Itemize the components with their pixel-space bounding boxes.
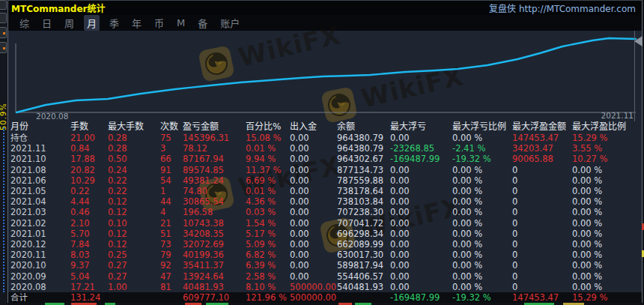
table-cell: 0.00 bbox=[290, 154, 335, 164]
table-row[interactable]: 2021.015.700.125134208.355.17 %0.0069629… bbox=[8, 229, 642, 239]
table-cell: -169487.99 bbox=[390, 292, 451, 303]
table-cell: 11.37 % bbox=[246, 165, 288, 175]
table-cell: 4.36 % bbox=[246, 196, 288, 207]
table-row[interactable]: 2021.030.460.124196.580.03 %0.00707238.3… bbox=[8, 207, 642, 217]
table-cell: 0.00 % bbox=[572, 271, 642, 282]
table-row[interactable]: 2020.127.840.127332072.695.09 %0.0066208… bbox=[8, 239, 642, 250]
background-dotted-line bbox=[3, 127, 4, 292]
column-header: 最大浮盈金额 bbox=[512, 121, 571, 133]
table-cell: 0.84 bbox=[70, 143, 106, 154]
table-cell: 0.00 bbox=[290, 229, 335, 239]
table-cell: 0.00 % bbox=[572, 282, 642, 292]
table-cell: 持仓 bbox=[10, 133, 69, 143]
table-cell: 5.70 bbox=[70, 229, 106, 239]
table-cell: 10.29 bbox=[70, 175, 106, 186]
column-header: 次数 bbox=[160, 121, 181, 133]
menu-item-周[interactable]: 周 bbox=[61, 15, 77, 31]
table-row[interactable]: 2021.022.100.102110743.381.54 %0.0070704… bbox=[8, 218, 642, 229]
table-cell: 0 bbox=[512, 239, 571, 250]
table-cell: 964302.67 bbox=[337, 154, 389, 164]
table-cell: 0.22 bbox=[108, 186, 159, 196]
table-cell: 0.00 bbox=[390, 133, 451, 143]
menu-item-M[interactable]: M bbox=[174, 16, 188, 29]
table-cell: 81 bbox=[160, 282, 181, 292]
table-cell: 0.12 bbox=[108, 239, 159, 250]
table-cell: 6.82 % bbox=[246, 250, 288, 260]
table-cell: 3 bbox=[160, 143, 181, 154]
equity-chart-svg bbox=[8, 31, 642, 122]
table-cell: 1.00 bbox=[108, 282, 159, 292]
table-cell: 0.00 % bbox=[572, 229, 642, 239]
table-cell: 3.55 % bbox=[572, 143, 642, 154]
table-cell: 78.12 bbox=[183, 143, 244, 154]
table-total-row[interactable]: 合计131.24609777.10121.96 %500000.00-16948… bbox=[8, 292, 642, 303]
table-cell: 40481.93 bbox=[183, 282, 244, 292]
menu-item-日[interactable]: 日 bbox=[39, 15, 55, 31]
table-cell: 合计 bbox=[10, 292, 69, 303]
table-row[interactable]: 2021.0610.290.225449381.246.69 %0.007875… bbox=[8, 175, 642, 186]
table-row[interactable]: 2020.118.030.257940199.366.82 %0.0063001… bbox=[8, 250, 642, 260]
menu-item-年[interactable]: 年 bbox=[129, 15, 145, 31]
table-cell: 32072.69 bbox=[183, 239, 244, 250]
column-header: 月份 bbox=[10, 121, 69, 133]
table-cell: 500000.00 bbox=[290, 282, 335, 292]
table-row[interactable]: 2021.1017.880.506687167.949.94 %0.009643… bbox=[8, 154, 642, 164]
table-cell: 0.00 % bbox=[572, 250, 642, 260]
scroll-arrow-icon[interactable] bbox=[634, 36, 643, 46]
table-row[interactable]: 2021.050.220.22174.800.01 %0.00738178.64… bbox=[8, 186, 642, 196]
table-cell: 34203.47 bbox=[512, 143, 571, 154]
table-cell: 0.00 bbox=[290, 271, 335, 282]
table-cell: 0.00 bbox=[390, 229, 451, 239]
menu-item-备[interactable]: 备 bbox=[195, 15, 210, 31]
toolbar-button-dot-icon bbox=[3, 32, 5, 34]
table-row[interactable]: 2020.095.040.274713924.642.58 %0.0055440… bbox=[8, 271, 642, 282]
table-cell: 0.00 bbox=[390, 239, 451, 250]
table-cell: 2021.06 bbox=[10, 175, 69, 186]
menu-item-季[interactable]: 季 bbox=[106, 15, 122, 31]
background-window-sliver: 50.9% bbox=[0, 0, 7, 305]
table-cell: 707041.72 bbox=[337, 218, 389, 229]
table-cell: 90065.88 bbox=[512, 154, 571, 164]
table-row[interactable]: 持仓21.000.2875145396.3115.08 %0.00964380.… bbox=[8, 133, 642, 143]
table-cell: 0.00 % bbox=[452, 175, 511, 186]
table-cell: 0.00 bbox=[290, 175, 335, 186]
table-cell: 2020.12 bbox=[10, 239, 69, 250]
brand-link[interactable]: 复盘侠 http://MTCommander.com bbox=[489, 1, 636, 14]
table-cell: 51 bbox=[160, 229, 181, 239]
table-cell: 20.82 bbox=[70, 165, 106, 175]
table-cell: 1 bbox=[160, 186, 181, 196]
table-cell: 6.39 % bbox=[246, 260, 288, 271]
title-bar[interactable]: MTCommander统计 复盘侠 http://MTCommander.com bbox=[8, 1, 642, 15]
table-cell: 0.00 bbox=[390, 196, 451, 207]
table-cell: 15.29 % bbox=[572, 292, 642, 303]
table-cell bbox=[337, 292, 389, 303]
table-cell: 0.00 % bbox=[452, 196, 511, 207]
table-cell: 0.00 bbox=[290, 133, 335, 143]
table-cell: 73 bbox=[160, 239, 181, 250]
table-cell: 8.03 bbox=[70, 250, 106, 260]
table-cell: 0.28 bbox=[108, 133, 159, 143]
table-cell: 0.00 bbox=[390, 271, 451, 282]
table-row[interactable]: 2021.044.440.124430865.544.36 %0.0073810… bbox=[8, 196, 642, 207]
menu-item-币[interactable]: 币 bbox=[151, 15, 167, 31]
table-body: 持仓21.000.2875145396.3115.08 %0.00964380.… bbox=[8, 133, 642, 303]
table-row[interactable]: 2021.0820.820.249189574.8511.37 %0.00877… bbox=[8, 165, 642, 175]
table-cell: 0.00 % bbox=[572, 218, 642, 229]
table-cell: 964380.79 bbox=[337, 143, 389, 154]
column-header: 百分比% bbox=[246, 121, 288, 133]
table-row[interactable]: 2020.109.370.279235411.376.39 %0.0058981… bbox=[8, 260, 642, 271]
table-cell: 79 bbox=[160, 250, 181, 260]
table-cell: 2021.10 bbox=[10, 154, 69, 164]
table-row[interactable]: 2021.110.840.28378.120.01 %0.00964380.79… bbox=[8, 143, 642, 154]
menu-item-账户[interactable]: 账户 bbox=[217, 15, 243, 31]
table-row[interactable]: 2020.0817.211.008140481.938.10 %500000.0… bbox=[8, 282, 642, 292]
table-cell: 707238.30 bbox=[337, 207, 389, 217]
table-cell: 44 bbox=[160, 196, 181, 207]
table-cell: -2.41 % bbox=[452, 143, 511, 154]
menu-item-月[interactable]: 月 bbox=[84, 15, 100, 31]
table-cell: 2020.10 bbox=[10, 260, 69, 271]
table-cell: 0 bbox=[512, 218, 571, 229]
menu-item-综[interactable]: 综 bbox=[16, 15, 32, 31]
background-toolbar-button bbox=[0, 27, 7, 38]
table-cell: 0.27 bbox=[108, 271, 159, 282]
